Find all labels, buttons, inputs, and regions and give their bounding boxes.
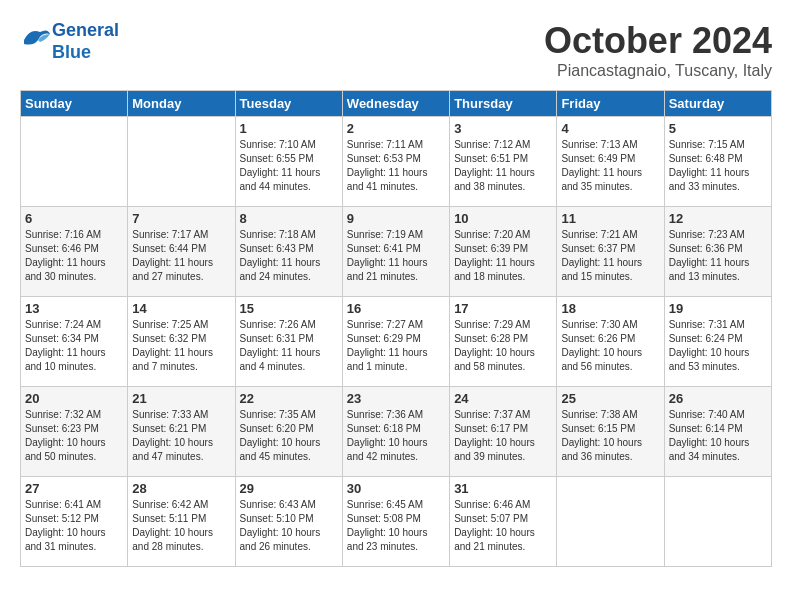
- day-info: Sunrise: 7:33 AM Sunset: 6:21 PM Dayligh…: [132, 408, 230, 464]
- day-cell: 23Sunrise: 7:36 AM Sunset: 6:18 PM Dayli…: [342, 387, 449, 477]
- day-cell: 29Sunrise: 6:43 AM Sunset: 5:10 PM Dayli…: [235, 477, 342, 567]
- day-info: Sunrise: 7:20 AM Sunset: 6:39 PM Dayligh…: [454, 228, 552, 284]
- day-info: Sunrise: 7:32 AM Sunset: 6:23 PM Dayligh…: [25, 408, 123, 464]
- day-cell: 17Sunrise: 7:29 AM Sunset: 6:28 PM Dayli…: [450, 297, 557, 387]
- week-row-1: 1Sunrise: 7:10 AM Sunset: 6:55 PM Daylig…: [21, 117, 772, 207]
- day-cell: [128, 117, 235, 207]
- day-info: Sunrise: 7:23 AM Sunset: 6:36 PM Dayligh…: [669, 228, 767, 284]
- day-number: 8: [240, 211, 338, 226]
- day-cell: 28Sunrise: 6:42 AM Sunset: 5:11 PM Dayli…: [128, 477, 235, 567]
- day-info: Sunrise: 7:21 AM Sunset: 6:37 PM Dayligh…: [561, 228, 659, 284]
- day-number: 26: [669, 391, 767, 406]
- day-number: 11: [561, 211, 659, 226]
- day-info: Sunrise: 7:26 AM Sunset: 6:31 PM Dayligh…: [240, 318, 338, 374]
- day-header-monday: Monday: [128, 91, 235, 117]
- day-number: 7: [132, 211, 230, 226]
- day-number: 28: [132, 481, 230, 496]
- day-cell: 12Sunrise: 7:23 AM Sunset: 6:36 PM Dayli…: [664, 207, 771, 297]
- day-cell: [557, 477, 664, 567]
- day-number: 12: [669, 211, 767, 226]
- day-cell: 14Sunrise: 7:25 AM Sunset: 6:32 PM Dayli…: [128, 297, 235, 387]
- day-number: 22: [240, 391, 338, 406]
- day-number: 9: [347, 211, 445, 226]
- day-header-sunday: Sunday: [21, 91, 128, 117]
- day-info: Sunrise: 7:19 AM Sunset: 6:41 PM Dayligh…: [347, 228, 445, 284]
- header-row: SundayMondayTuesdayWednesdayThursdayFrid…: [21, 91, 772, 117]
- day-number: 15: [240, 301, 338, 316]
- day-cell: 31Sunrise: 6:46 AM Sunset: 5:07 PM Dayli…: [450, 477, 557, 567]
- day-number: 23: [347, 391, 445, 406]
- day-cell: 7Sunrise: 7:17 AM Sunset: 6:44 PM Daylig…: [128, 207, 235, 297]
- day-number: 1: [240, 121, 338, 136]
- day-info: Sunrise: 7:36 AM Sunset: 6:18 PM Dayligh…: [347, 408, 445, 464]
- day-number: 3: [454, 121, 552, 136]
- day-cell: 30Sunrise: 6:45 AM Sunset: 5:08 PM Dayli…: [342, 477, 449, 567]
- day-cell: 1Sunrise: 7:10 AM Sunset: 6:55 PM Daylig…: [235, 117, 342, 207]
- day-number: 10: [454, 211, 552, 226]
- day-cell: 24Sunrise: 7:37 AM Sunset: 6:17 PM Dayli…: [450, 387, 557, 477]
- day-info: Sunrise: 7:27 AM Sunset: 6:29 PM Dayligh…: [347, 318, 445, 374]
- day-number: 30: [347, 481, 445, 496]
- day-cell: 15Sunrise: 7:26 AM Sunset: 6:31 PM Dayli…: [235, 297, 342, 387]
- day-number: 29: [240, 481, 338, 496]
- day-cell: 20Sunrise: 7:32 AM Sunset: 6:23 PM Dayli…: [21, 387, 128, 477]
- day-number: 17: [454, 301, 552, 316]
- day-cell: 2Sunrise: 7:11 AM Sunset: 6:53 PM Daylig…: [342, 117, 449, 207]
- day-header-tuesday: Tuesday: [235, 91, 342, 117]
- day-info: Sunrise: 6:43 AM Sunset: 5:10 PM Dayligh…: [240, 498, 338, 554]
- day-info: Sunrise: 7:11 AM Sunset: 6:53 PM Dayligh…: [347, 138, 445, 194]
- day-info: Sunrise: 7:12 AM Sunset: 6:51 PM Dayligh…: [454, 138, 552, 194]
- day-info: Sunrise: 7:37 AM Sunset: 6:17 PM Dayligh…: [454, 408, 552, 464]
- week-row-2: 6Sunrise: 7:16 AM Sunset: 6:46 PM Daylig…: [21, 207, 772, 297]
- day-info: Sunrise: 6:41 AM Sunset: 5:12 PM Dayligh…: [25, 498, 123, 554]
- title-block: October 2024 Piancastagnaio, Tuscany, It…: [544, 20, 772, 80]
- day-number: 20: [25, 391, 123, 406]
- day-info: Sunrise: 7:35 AM Sunset: 6:20 PM Dayligh…: [240, 408, 338, 464]
- day-info: Sunrise: 7:10 AM Sunset: 6:55 PM Dayligh…: [240, 138, 338, 194]
- day-cell: 19Sunrise: 7:31 AM Sunset: 6:24 PM Dayli…: [664, 297, 771, 387]
- calendar-table: SundayMondayTuesdayWednesdayThursdayFrid…: [20, 90, 772, 567]
- day-number: 25: [561, 391, 659, 406]
- day-cell: 9Sunrise: 7:19 AM Sunset: 6:41 PM Daylig…: [342, 207, 449, 297]
- day-cell: 13Sunrise: 7:24 AM Sunset: 6:34 PM Dayli…: [21, 297, 128, 387]
- day-cell: 3Sunrise: 7:12 AM Sunset: 6:51 PM Daylig…: [450, 117, 557, 207]
- day-number: 31: [454, 481, 552, 496]
- week-row-4: 20Sunrise: 7:32 AM Sunset: 6:23 PM Dayli…: [21, 387, 772, 477]
- day-info: Sunrise: 6:46 AM Sunset: 5:07 PM Dayligh…: [454, 498, 552, 554]
- day-info: Sunrise: 7:13 AM Sunset: 6:49 PM Dayligh…: [561, 138, 659, 194]
- day-cell: 22Sunrise: 7:35 AM Sunset: 6:20 PM Dayli…: [235, 387, 342, 477]
- day-cell: 5Sunrise: 7:15 AM Sunset: 6:48 PM Daylig…: [664, 117, 771, 207]
- day-info: Sunrise: 7:17 AM Sunset: 6:44 PM Dayligh…: [132, 228, 230, 284]
- day-info: Sunrise: 7:24 AM Sunset: 6:34 PM Dayligh…: [25, 318, 123, 374]
- day-number: 13: [25, 301, 123, 316]
- day-cell: 26Sunrise: 7:40 AM Sunset: 6:14 PM Dayli…: [664, 387, 771, 477]
- day-number: 4: [561, 121, 659, 136]
- day-cell: [21, 117, 128, 207]
- month-title: October 2024: [544, 20, 772, 62]
- day-number: 18: [561, 301, 659, 316]
- day-number: 21: [132, 391, 230, 406]
- week-row-3: 13Sunrise: 7:24 AM Sunset: 6:34 PM Dayli…: [21, 297, 772, 387]
- day-info: Sunrise: 7:15 AM Sunset: 6:48 PM Dayligh…: [669, 138, 767, 194]
- day-header-saturday: Saturday: [664, 91, 771, 117]
- day-number: 6: [25, 211, 123, 226]
- day-header-wednesday: Wednesday: [342, 91, 449, 117]
- day-info: Sunrise: 7:31 AM Sunset: 6:24 PM Dayligh…: [669, 318, 767, 374]
- day-cell: 11Sunrise: 7:21 AM Sunset: 6:37 PM Dayli…: [557, 207, 664, 297]
- week-row-5: 27Sunrise: 6:41 AM Sunset: 5:12 PM Dayli…: [21, 477, 772, 567]
- day-number: 16: [347, 301, 445, 316]
- day-info: Sunrise: 7:38 AM Sunset: 6:15 PM Dayligh…: [561, 408, 659, 464]
- logo-text: General Blue: [52, 20, 119, 63]
- location-subtitle: Piancastagnaio, Tuscany, Italy: [544, 62, 772, 80]
- day-cell: [664, 477, 771, 567]
- day-number: 24: [454, 391, 552, 406]
- logo-icon: [20, 24, 52, 56]
- day-info: Sunrise: 7:16 AM Sunset: 6:46 PM Dayligh…: [25, 228, 123, 284]
- day-cell: 25Sunrise: 7:38 AM Sunset: 6:15 PM Dayli…: [557, 387, 664, 477]
- day-cell: 8Sunrise: 7:18 AM Sunset: 6:43 PM Daylig…: [235, 207, 342, 297]
- day-header-thursday: Thursday: [450, 91, 557, 117]
- day-header-friday: Friday: [557, 91, 664, 117]
- day-number: 14: [132, 301, 230, 316]
- day-cell: 16Sunrise: 7:27 AM Sunset: 6:29 PM Dayli…: [342, 297, 449, 387]
- day-info: Sunrise: 7:29 AM Sunset: 6:28 PM Dayligh…: [454, 318, 552, 374]
